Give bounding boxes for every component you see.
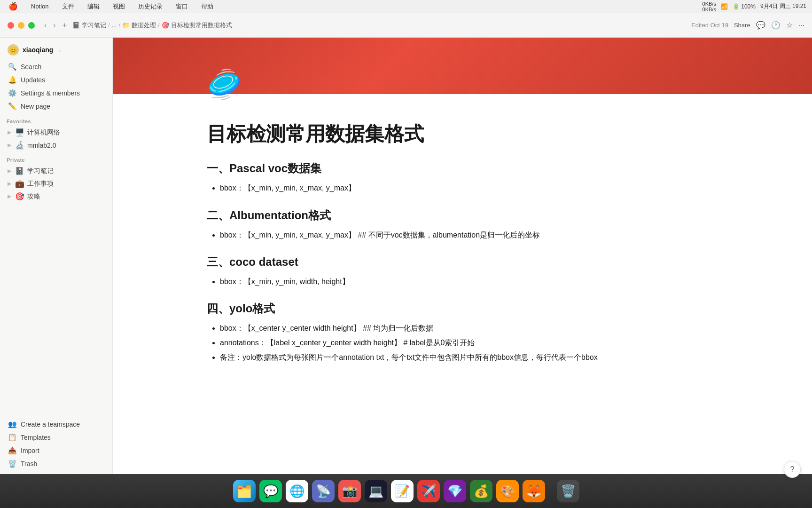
- list-item: annotations：【label x_center y_center wid…: [220, 336, 677, 349]
- sidebar-item-import[interactable]: 📥 Import: [2, 444, 110, 457]
- edited-timestamp: Edited Oct 19: [691, 22, 728, 29]
- avatar: 😊: [8, 44, 19, 56]
- page-emoji: 🥏: [207, 71, 242, 99]
- dock-cashculator[interactable]: 💰: [470, 480, 492, 502]
- folder-icon: 📁: [122, 22, 130, 29]
- share-button[interactable]: Share: [734, 22, 750, 29]
- sidebar-item-study-notes[interactable]: ▶ 📓 学习笔记: [2, 165, 110, 177]
- section-heading-2: 二、Albumentation格式: [207, 208, 677, 223]
- menu-view[interactable]: 视图: [110, 1, 128, 12]
- section-1-heading: 一、Pascal voc数据集: [207, 161, 321, 176]
- sidebar-item-new-page[interactable]: ✏️ New page: [2, 100, 110, 113]
- study-notes-icon: 📓: [72, 22, 80, 29]
- chevron-icon: ▶: [8, 181, 11, 187]
- settings-label: Settings & members: [21, 89, 80, 97]
- dock-wechat[interactable]: 💬: [259, 480, 282, 502]
- user-chevron-icon: ⌄: [58, 47, 62, 53]
- sidebar-item-strategy[interactable]: ▶ 🎯 攻略: [2, 190, 110, 203]
- sidebar-item-computer-network[interactable]: ▶ 🖥️ 计算机网络: [2, 126, 110, 139]
- breadcrumb-study[interactable]: 📓 学习笔记: [72, 21, 106, 30]
- menu-file[interactable]: 文件: [59, 1, 77, 12]
- dock-screenium[interactable]: 📸: [338, 480, 361, 502]
- dock-finder[interactable]: 🗂️: [233, 480, 256, 502]
- comments-button[interactable]: 💬: [756, 21, 765, 30]
- section-albumentation: 二、Albumentation格式 bbox：【x_min, y_min, x_…: [207, 208, 677, 241]
- trash-label: Trash: [21, 460, 37, 468]
- section-coco: 三、coco dataset bbox：【x_min, y_min, width…: [207, 254, 677, 288]
- help-button[interactable]: ?: [784, 461, 801, 478]
- sidebar-item-create-teamspace[interactable]: 👥 Create a teamspace: [2, 418, 110, 431]
- strategy-label: 攻略: [27, 192, 40, 201]
- breadcrumb-ellipsis[interactable]: ...: [112, 22, 117, 29]
- mmlab-icon: 🔬: [15, 141, 24, 150]
- sidebar-item-templates[interactable]: 📋 Templates: [2, 431, 110, 444]
- back-button[interactable]: ‹: [42, 20, 48, 31]
- nav-controls: ‹ › +: [42, 20, 69, 31]
- username: xiaoqiang: [23, 46, 53, 54]
- settings-icon: ⚙️: [8, 89, 17, 97]
- breadcrumb-data-processing[interactable]: 📁 数据处理: [122, 21, 156, 30]
- list-item: bbox：【x_min, y_min, width, height】: [220, 275, 677, 288]
- computer-network-label: 计算机网络: [27, 128, 60, 137]
- breadcrumb: 📓 学习笔记 / ... / 📁 数据处理 / 🎯 目标检测常用数据格式: [72, 21, 232, 30]
- sidebar-item-work[interactable]: ▶ 💼 工作事项: [2, 177, 110, 190]
- menu-notion[interactable]: Notion: [28, 2, 52, 11]
- list-item: 备注：yolo数据格式为每张图片一个annotation txt，每个txt文件…: [220, 351, 677, 364]
- breadcrumb-current[interactable]: 🎯 目标检测常用数据格式: [162, 21, 232, 30]
- sidebar-item-updates[interactable]: 🔔 Updates: [2, 73, 110, 87]
- dock-browser[interactable]: 🦊: [523, 480, 545, 502]
- strategy-icon: 🎯: [15, 192, 24, 201]
- section-heading-4: 四、yolo格式: [207, 301, 677, 316]
- dock-elytra[interactable]: 📡: [312, 480, 335, 502]
- templates-label: Templates: [21, 434, 51, 441]
- dock-trash[interactable]: 🗑️: [557, 480, 579, 502]
- search-label: Search: [21, 63, 41, 71]
- section-3-bullets: bbox：【x_min, y_min, width, height】: [207, 275, 677, 288]
- more-button[interactable]: ···: [798, 21, 804, 30]
- new-page-icon: ✏️: [8, 102, 17, 111]
- favorite-button[interactable]: ☆: [786, 21, 793, 30]
- dock-chrome[interactable]: 🌐: [286, 480, 308, 502]
- section-yolo: 四、yolo格式 bbox：【x_center y_center width h…: [207, 301, 677, 364]
- private-section-title: Private: [0, 151, 112, 165]
- import-label: Import: [21, 447, 39, 454]
- sidebar-item-mmlab[interactable]: ▶ 🔬 mmlab2.0: [2, 139, 110, 151]
- updates-label: Updates: [21, 76, 45, 84]
- user-menu[interactable]: 😊 xiaoqiang ⌄: [2, 41, 110, 58]
- maximize-button[interactable]: [28, 22, 35, 29]
- menu-history[interactable]: 历史记录: [135, 1, 165, 12]
- close-button[interactable]: [8, 22, 14, 29]
- section-pascal-voc: 一、Pascal voc数据集 bbox：【x_min, y_min, x_ma…: [207, 161, 677, 194]
- section-heading-1: 一、Pascal voc数据集: [207, 161, 677, 176]
- menu-help[interactable]: 帮助: [198, 1, 216, 12]
- menu-edit[interactable]: 编辑: [85, 1, 102, 12]
- dock-airmail[interactable]: ✈️: [417, 480, 440, 502]
- dock-notion[interactable]: 📝: [391, 480, 414, 502]
- work-icon: 💼: [15, 179, 24, 188]
- section-4-heading: 四、yolo格式: [207, 301, 275, 316]
- dock-sketch[interactable]: 🎨: [496, 480, 519, 502]
- section-2-bullets: bbox：【x_min, y_min, x_max, y_max】 ## 不同于…: [207, 229, 677, 241]
- history-button[interactable]: 🕐: [771, 21, 781, 30]
- menu-window[interactable]: 窗口: [173, 1, 191, 12]
- list-item: bbox：【x_min, y_min, x_max, y_max】 ## 不同于…: [220, 229, 677, 241]
- dock-iterm[interactable]: 💻: [365, 480, 387, 502]
- study-notes-icon: 📓: [15, 167, 24, 175]
- dock-rubymine[interactable]: 💎: [444, 480, 466, 502]
- cover-banner: 🥏: [113, 38, 812, 94]
- apple-menu[interactable]: 🍎: [6, 1, 21, 12]
- work-label: 工作事项: [27, 180, 54, 188]
- minimize-button[interactable]: [18, 22, 24, 29]
- wifi-icon: 📶: [721, 3, 728, 10]
- sidebar-item-settings[interactable]: ⚙️ Settings & members: [2, 87, 110, 100]
- sidebar-item-search[interactable]: 🔍 Search: [2, 60, 110, 73]
- sidebar-item-trash[interactable]: 🗑️ Trash: [2, 457, 110, 470]
- main-content: 🥏 目标检测常用数据集格式 一、Pascal voc数据集 bbox：【x_mi…: [113, 38, 812, 474]
- chevron-icon: ▶: [8, 168, 11, 174]
- forward-button[interactable]: ›: [51, 20, 57, 31]
- new-tab-button[interactable]: +: [61, 20, 69, 31]
- document-area[interactable]: 目标检测常用数据集格式 一、Pascal voc数据集 bbox：【x_min,…: [113, 94, 771, 405]
- computer-network-icon: 🖥️: [15, 128, 24, 137]
- updates-icon: 🔔: [8, 76, 17, 84]
- chevron-icon: ▶: [8, 142, 11, 148]
